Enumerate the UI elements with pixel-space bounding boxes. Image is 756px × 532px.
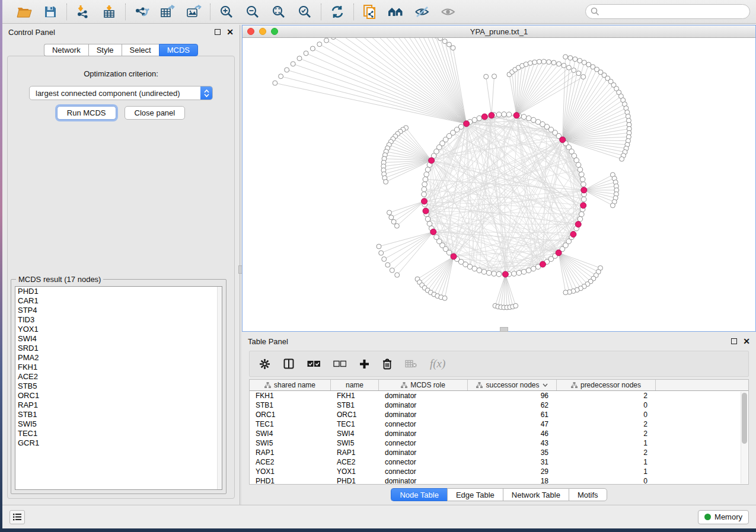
mcds-result-node[interactable]: TID3 <box>15 315 222 325</box>
import-table-icon[interactable] <box>101 4 117 20</box>
table-row[interactable]: RAP1RAP1dominator352 <box>250 448 748 457</box>
table-cell: dominator <box>379 400 468 410</box>
mcds-result-node[interactable]: ORC1 <box>15 391 222 400</box>
table-row[interactable]: SWI5SWI5connector431 <box>250 438 748 448</box>
zoom-fit-icon[interactable] <box>270 4 287 20</box>
list-scrollbar[interactable] <box>217 287 222 489</box>
add-column-icon[interactable] <box>359 359 369 369</box>
export-table-icon[interactable] <box>160 4 176 20</box>
mcds-result-list[interactable]: PHD1CAR1STP4TID3YOX1SWI4SRD1PMA2FKH1ACE2… <box>15 286 222 490</box>
table-cell: 43 <box>468 438 557 448</box>
table-row[interactable]: ACE2ACE2connector311 <box>250 457 748 467</box>
close-panel-icon[interactable]: ✕ <box>227 29 234 35</box>
task-history-button[interactable] <box>9 510 25 524</box>
table-row[interactable]: PHD1PHD1dominator180 <box>250 476 748 485</box>
tab-node-table[interactable]: Node Table <box>391 488 447 501</box>
status-bar: Memory <box>2 505 756 528</box>
table-cell: SWI4 <box>250 429 331 438</box>
table-cell: TEC1 <box>250 419 331 429</box>
zoom-in-icon[interactable] <box>218 4 235 20</box>
mcds-result-node[interactable]: CAR1 <box>15 296 222 306</box>
save-session-icon[interactable] <box>42 4 59 20</box>
network-nodes[interactable] <box>273 38 631 310</box>
mcds-result-node[interactable]: STB5 <box>15 382 222 391</box>
first-neighbors-icon[interactable] <box>388 4 404 20</box>
hide-selected-icon[interactable] <box>414 4 430 20</box>
show-all-icon[interactable] <box>440 4 457 20</box>
close-panel-button[interactable]: Close panel <box>125 106 186 120</box>
columns-icon[interactable] <box>283 358 294 369</box>
mcds-result-node[interactable]: YOX1 <box>15 325 222 334</box>
optimization-criterion-select[interactable]: largest connected component (undirected) <box>29 86 213 100</box>
tab-network[interactable]: Network <box>44 44 88 56</box>
zoom-out-icon[interactable] <box>244 4 261 20</box>
run-mcds-button[interactable]: Run MCDS <box>57 106 116 120</box>
close-panel-icon[interactable]: ✕ <box>743 338 750 344</box>
tab-network-table[interactable]: Network Table <box>503 488 569 501</box>
table-cell: 18 <box>468 476 557 485</box>
float-panel-icon[interactable] <box>215 29 221 35</box>
refresh-icon[interactable] <box>329 4 346 20</box>
mcds-result-node[interactable]: FKH1 <box>15 363 222 372</box>
table-cell: 2 <box>557 419 656 429</box>
select-all-columns-icon[interactable] <box>307 360 320 367</box>
table-cell: 29 <box>468 467 557 476</box>
scrollbar-thumb[interactable] <box>742 393 747 444</box>
mcds-result-node[interactable]: SWI5 <box>15 419 222 429</box>
network-view-window: YPA_prune.txt_1 <box>242 25 756 332</box>
node-table[interactable]: shared namenameMCDS rolesuccessor nodesp… <box>249 379 749 485</box>
mcds-result-node[interactable]: PMA2 <box>15 353 222 363</box>
table-row[interactable]: YOX1YOX1connector291 <box>250 467 748 476</box>
table-row[interactable]: TEC1TEC1connector472 <box>250 419 748 429</box>
network-title: YPA_prune.txt_1 <box>243 27 755 36</box>
tab-mcds[interactable]: MCDS <box>159 44 198 56</box>
delete-column-icon[interactable] <box>382 358 392 370</box>
mcds-result-node[interactable]: ACE2 <box>15 372 222 382</box>
tab-select[interactable]: Select <box>122 44 159 56</box>
open-file-icon[interactable] <box>16 4 33 20</box>
delete-table-icon[interactable] <box>405 360 417 368</box>
column-header[interactable]: shared name <box>250 380 331 390</box>
table-cell: 1 <box>557 457 656 467</box>
table-row[interactable]: FKH1FKH1dominator962 <box>250 391 748 400</box>
table-scrollbar[interactable] <box>741 392 748 483</box>
network-canvas[interactable] <box>243 38 755 331</box>
unselect-all-columns-icon[interactable] <box>333 360 346 367</box>
table-row[interactable]: ORC1ORC1dominator610 <box>250 410 748 419</box>
float-panel-icon[interactable] <box>731 338 737 344</box>
mcds-result-node[interactable]: TEC1 <box>15 429 222 438</box>
function-builder-icon[interactable]: f(x) <box>430 357 445 370</box>
import-network-icon[interactable] <box>75 4 91 20</box>
table-cell: dominator <box>379 391 468 400</box>
table-cell: dominator <box>379 429 468 438</box>
table-cell: SWI5 <box>250 438 331 448</box>
tab-style[interactable]: Style <box>88 44 122 56</box>
search-input[interactable] <box>585 4 750 19</box>
tab-motifs[interactable]: Motifs <box>569 488 607 501</box>
sort-chevron-icon[interactable] <box>543 383 548 387</box>
column-header[interactable]: predecessor nodes <box>557 380 656 390</box>
horizontal-splitter[interactable] <box>500 327 508 332</box>
export-network-icon[interactable] <box>133 4 150 20</box>
clone-network-icon[interactable] <box>362 4 378 20</box>
tab-edge-table[interactable]: Edge Table <box>447 488 503 501</box>
gear-icon[interactable] <box>259 358 270 370</box>
table-row[interactable]: SWI4SWI4dominator462 <box>250 429 748 438</box>
mcds-result-node[interactable]: STP4 <box>15 306 222 315</box>
table-row[interactable]: STB1STB1dominator620 <box>250 400 748 410</box>
zoom-selected-icon[interactable] <box>296 4 313 20</box>
column-header[interactable]: name <box>331 380 379 390</box>
column-header[interactable]: MCDS role <box>379 380 468 390</box>
column-header[interactable]: successor nodes <box>468 380 557 390</box>
mcds-result-node[interactable]: STB1 <box>15 410 222 419</box>
mcds-result-node[interactable]: RAP1 <box>15 400 222 410</box>
export-image-icon[interactable] <box>186 4 202 20</box>
memory-button[interactable]: Memory <box>698 510 749 524</box>
mcds-result-node[interactable]: SWI4 <box>15 334 222 344</box>
mcds-result-node[interactable]: GCR1 <box>15 438 222 448</box>
mcds-result-node[interactable]: PHD1 <box>15 287 222 296</box>
table-cell: 1 <box>557 467 656 476</box>
mcds-result-node[interactable]: SRD1 <box>15 344 222 353</box>
table-cell: connector <box>379 438 468 448</box>
column-type-icon <box>571 382 578 388</box>
